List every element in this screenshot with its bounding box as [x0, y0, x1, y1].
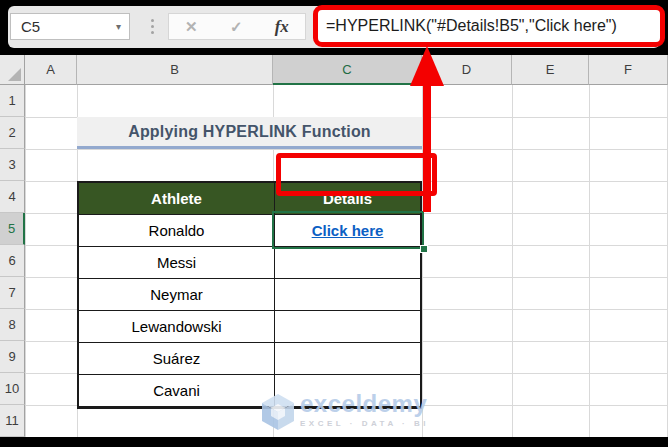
table-cell[interactable]: [275, 343, 420, 375]
table-cell[interactable]: Cavani: [79, 375, 275, 407]
insert-function-icon[interactable]: fx: [275, 17, 289, 37]
exceldemy-logo-icon: [260, 392, 296, 432]
row-header-8[interactable]: 8: [0, 309, 25, 341]
row-header-4[interactable]: 4: [0, 181, 25, 213]
excel-screenshot: C5 ▾ ✕ ✓ fx =HYPERLINK("#Details!B5","Cl…: [0, 0, 668, 447]
table-cell[interactable]: Messi: [79, 247, 275, 279]
watermark: exceldemy EXCEL · DATA · BI: [260, 392, 429, 432]
worksheet-title-banner: Applying HYPERLINK Function: [77, 117, 422, 149]
enter-icon[interactable]: ✓: [230, 19, 243, 34]
annotation-arrow-shaft: [423, 84, 431, 212]
row-header-11[interactable]: 11: [0, 405, 25, 437]
column-header-b[interactable]: B: [77, 55, 273, 85]
watermark-name: exceldemy: [300, 392, 429, 416]
highlight-box-c5: [276, 153, 437, 196]
bottom-black-bar: [0, 437, 668, 447]
row-header-10[interactable]: 10: [0, 373, 25, 405]
column-header-c[interactable]: C: [273, 55, 422, 85]
row-header-6[interactable]: 6: [0, 245, 25, 277]
formula-bar-strip: C5 ▾ ✕ ✓ fx =HYPERLINK("#Details!B5","Cl…: [0, 0, 668, 55]
active-cell-selection-border: [272, 211, 424, 249]
table-cell[interactable]: Suárez: [79, 343, 275, 375]
chevron-down-icon[interactable]: ▾: [116, 21, 129, 32]
table-cell[interactable]: [275, 279, 420, 311]
column-header-f[interactable]: F: [589, 55, 668, 85]
formula-buttons-panel: ✕ ✓ fx: [168, 13, 306, 40]
table-cell[interactable]: [275, 311, 420, 343]
table-header-athlete[interactable]: Athlete: [79, 183, 275, 215]
row-header-3[interactable]: 3: [0, 149, 25, 181]
fill-handle[interactable]: [420, 245, 428, 253]
name-box[interactable]: C5 ▾: [10, 13, 130, 40]
row-header-7[interactable]: 7: [0, 277, 25, 309]
select-all-corner[interactable]: [0, 55, 25, 85]
drag-handle-dots-icon: [146, 13, 158, 40]
table-cell[interactable]: [275, 247, 420, 279]
worksheet-title: Applying HYPERLINK Function: [128, 123, 371, 141]
watermark-tagline: EXCEL · DATA · BI: [300, 419, 429, 428]
formula-text: =HYPERLINK("#Details!B5","Click here"): [318, 17, 617, 35]
name-box-value: C5: [11, 18, 116, 35]
formula-input-highlighted[interactable]: =HYPERLINK("#Details!B5","Click here"): [313, 5, 665, 47]
annotation-arrow-head-icon: [410, 46, 444, 86]
select-all-triangle-icon: [8, 68, 21, 81]
row-header-9[interactable]: 9: [0, 341, 25, 373]
spreadsheet-grid: ABCDEF 1234567891011 Applying HYPERLINK …: [0, 55, 668, 437]
column-header-a[interactable]: A: [25, 55, 77, 85]
table-cell[interactable]: Ronaldo: [79, 215, 275, 247]
row-header-2[interactable]: 2: [0, 117, 25, 149]
row-header-1[interactable]: 1: [0, 85, 25, 117]
row-header-5[interactable]: 5: [0, 213, 25, 245]
cancel-icon[interactable]: ✕: [185, 19, 198, 34]
table-cell[interactable]: Lewandowski: [79, 311, 275, 343]
table-cell[interactable]: Neymar: [79, 279, 275, 311]
column-header-e[interactable]: E: [512, 55, 589, 85]
